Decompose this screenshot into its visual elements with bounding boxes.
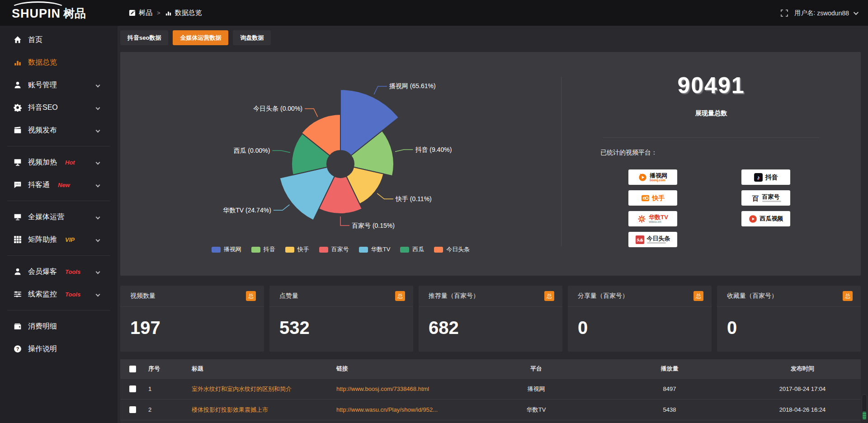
sidebar-item-抖客通[interactable]: 抖客通New bbox=[0, 174, 118, 196]
breadcrumb-current[interactable]: 数据总览 bbox=[165, 9, 202, 17]
platform-chip-快手: 快手 bbox=[628, 190, 677, 206]
sidebar-item-label: 操作说明 bbox=[28, 344, 57, 354]
svg-text:百: 百 bbox=[752, 194, 759, 202]
stat-card-label: 视频数量 bbox=[130, 292, 156, 300]
sidebar-item-label: 首页 bbox=[28, 35, 42, 45]
fullscreen-icon[interactable] bbox=[781, 9, 788, 17]
sidebar-item-线索监控[interactable]: 线索监控Tools bbox=[0, 283, 118, 306]
breadcrumb-home[interactable]: 树品 bbox=[129, 9, 152, 17]
platform-chip-西瓜视频: 西瓜视频 bbox=[741, 211, 790, 226]
pie-label-今日头条: 今日头条 (0.00%) bbox=[253, 105, 302, 112]
sidebar-item-全媒体运营[interactable]: 全媒体运营 bbox=[0, 206, 118, 228]
sidebar-item-视频加热[interactable]: 视频加热Hot bbox=[0, 151, 118, 174]
pie-label-line bbox=[340, 216, 349, 226]
sidebar-item-数据总览[interactable]: 数据总览 bbox=[0, 51, 118, 74]
video-url-link[interactable]: http://www.wasu.cn/Play/show/id/952... bbox=[333, 406, 477, 413]
sidebar-item-抖音SEO[interactable]: 抖音SEO bbox=[0, 96, 118, 119]
stat-card-value: 532 bbox=[269, 307, 413, 338]
edit-icon bbox=[129, 9, 136, 16]
legend-item-抖音[interactable]: 抖音 bbox=[251, 245, 275, 254]
rose-pie-chart[interactable]: 播视网 (65.61%)抖音 (9.40%)快手 (0.11%)百家号 (0.1… bbox=[120, 52, 561, 251]
wasu-icon bbox=[637, 215, 646, 223]
tab-询盘数据[interactable]: 询盘数据 bbox=[233, 30, 271, 45]
table-cell: 2017-08-24 17:04 bbox=[744, 385, 861, 392]
legend-item-快手[interactable]: 快手 bbox=[285, 245, 309, 254]
sidebar-item-视频发布[interactable]: 视频发布 bbox=[0, 119, 118, 141]
video-url-link[interactable]: http://www.boosj.com/7338468.html bbox=[333, 385, 477, 392]
row-checkbox[interactable] bbox=[129, 385, 136, 392]
sidebar-item-label: 视频发布 bbox=[28, 126, 57, 135]
legend-swatch bbox=[434, 247, 443, 253]
total-badge[interactable]: 总 bbox=[395, 291, 405, 301]
platform-chips-right: ♪♪♪抖音百百家号西瓜视频 bbox=[741, 169, 790, 226]
chevron-down-icon bbox=[96, 128, 100, 132]
sidebar-divider bbox=[7, 255, 110, 256]
pie-label-百家号: 百家号 (0.15%) bbox=[352, 222, 395, 229]
platform-chip-tagline bbox=[762, 201, 781, 202]
legend-item-百家号[interactable]: 百家号 bbox=[319, 245, 349, 254]
total-badge[interactable]: 总 bbox=[246, 291, 256, 301]
svg-text:?: ? bbox=[16, 346, 19, 352]
total-badge[interactable]: 总 bbox=[693, 291, 703, 301]
legend-label: 华数TV bbox=[371, 245, 391, 254]
table-header-播放量: 播放量 bbox=[595, 365, 744, 373]
legend-item-西瓜[interactable]: 西瓜 bbox=[400, 245, 424, 254]
sidebar-item-label: 会员爆客 bbox=[28, 267, 57, 277]
table-row-partial bbox=[120, 420, 861, 423]
sidebar-item-首页[interactable]: 首页 bbox=[0, 28, 118, 51]
sidebar-item-label: 数据总览 bbox=[28, 58, 57, 67]
sidebar-badge-Hot: Hot bbox=[65, 159, 75, 166]
row-checkbox[interactable] bbox=[129, 406, 136, 413]
stat-card-value: 0 bbox=[717, 307, 861, 338]
pie-label-line bbox=[274, 205, 290, 211]
stat-card-value: 682 bbox=[419, 307, 562, 338]
wallet-icon bbox=[14, 322, 22, 330]
breadcrumb-separator: > bbox=[157, 9, 160, 16]
chevron-down-icon bbox=[854, 9, 859, 14]
table-cell: 8497 bbox=[595, 385, 744, 392]
table-cell: 2 bbox=[145, 406, 188, 413]
sidebar-badge-Tools: Tools bbox=[65, 291, 80, 298]
table-cell: 5438 bbox=[595, 406, 744, 413]
video-title-link[interactable]: 楼体投影灯投影效果震撼上市 bbox=[188, 406, 333, 414]
logo-arc-decoration bbox=[10, 1, 66, 17]
tab-全媒体运营数据[interactable]: 全媒体运营数据 bbox=[173, 30, 228, 45]
stat-card-value: 0 bbox=[568, 307, 712, 338]
legend-swatch bbox=[212, 247, 221, 253]
legend-item-华数TV[interactable]: 华数TV bbox=[359, 245, 391, 254]
select-all-checkbox[interactable] bbox=[129, 366, 136, 372]
stat-card-label: 推荐量（百家号） bbox=[429, 292, 479, 300]
sidebar-badge-Tools: Tools bbox=[65, 268, 80, 275]
sidebar-item-消费明细[interactable]: 消费明细 bbox=[0, 315, 118, 338]
user-icon bbox=[14, 81, 22, 89]
table-header-序号: 序号 bbox=[145, 365, 188, 373]
app-logo: SHUPIN 树品 bbox=[12, 6, 86, 21]
xigua-icon bbox=[749, 215, 757, 223]
total-badge[interactable]: 总 bbox=[843, 291, 853, 301]
tab-抖音seo数据[interactable]: 抖音seo数据 bbox=[120, 30, 168, 45]
sidebar-item-账号管理[interactable]: 账号管理 bbox=[0, 74, 118, 96]
sidebar-item-操作说明[interactable]: ?操作说明 bbox=[0, 338, 118, 360]
summary-section: 90491 展现量总数 已统计的视频平台： 播视网boosj.com快手华数TV… bbox=[561, 52, 861, 276]
platform-chip-subtext: boosj.com bbox=[650, 179, 665, 182]
user-menu[interactable]: 用户名: zswodun88 bbox=[794, 9, 857, 17]
toutiao-icon: 头条 bbox=[636, 235, 644, 244]
pie-label-line bbox=[377, 193, 393, 199]
scrollbar[interactable] bbox=[862, 394, 867, 421]
legend-item-今日头条[interactable]: 今日头条 bbox=[434, 245, 470, 254]
sidebar-item-矩阵助推[interactable]: 矩阵助推VIP bbox=[0, 228, 118, 251]
sidebar-badge-VIP: VIP bbox=[65, 236, 75, 243]
logo-text-cn: 树品 bbox=[63, 6, 86, 21]
table-header-发布时间: 发布时间 bbox=[744, 365, 861, 373]
pie-slice-华数TV[interactable] bbox=[280, 167, 335, 221]
video-title-link[interactable]: 室外水纹灯和室内水纹灯的区别和简介 bbox=[188, 385, 333, 393]
platform-chip-subtext: wasu.cn bbox=[649, 220, 661, 223]
sidebar-item-会员爆客[interactable]: 会员爆客Tools bbox=[0, 260, 118, 283]
legend-item-播视网[interactable]: 播视网 bbox=[212, 245, 241, 254]
member-icon bbox=[14, 268, 22, 276]
table-header-链接: 链接 bbox=[333, 365, 477, 373]
table-header-标题: 标题 bbox=[188, 365, 333, 373]
scrollbar-thumb[interactable] bbox=[863, 412, 866, 419]
table-header-row: 序号标题链接平台播放量发布时间 bbox=[120, 359, 861, 378]
total-badge[interactable]: 总 bbox=[544, 291, 554, 301]
